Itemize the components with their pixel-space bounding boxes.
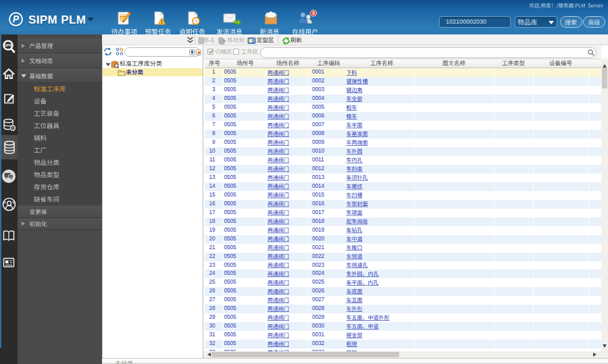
svg-text:9: 9	[312, 10, 315, 16]
svg-text:SIPM: SIPM	[4, 44, 11, 47]
